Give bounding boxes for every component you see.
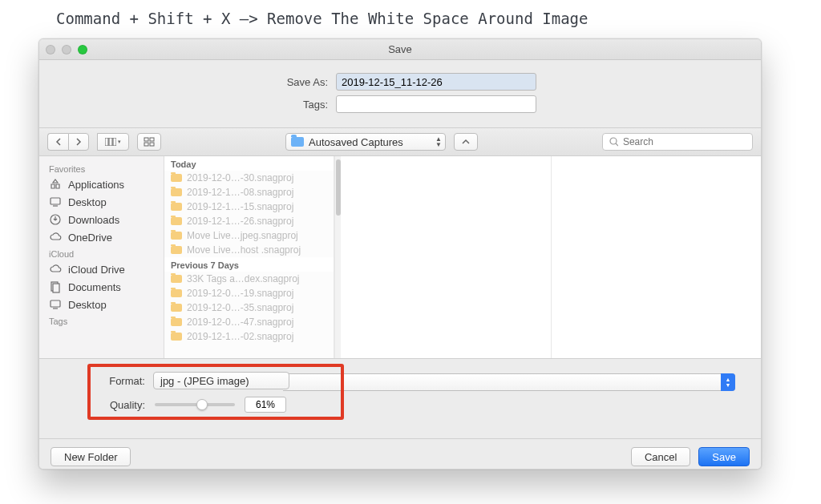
format-select-track bbox=[283, 373, 735, 391]
back-button[interactable] bbox=[47, 133, 68, 151]
sidebar-item-label: Downloads bbox=[68, 214, 119, 226]
chevron-left-icon bbox=[55, 138, 62, 146]
list-item[interactable]: 2019-12-1…-15.snagproj bbox=[164, 200, 334, 214]
save-as-field[interactable] bbox=[336, 73, 536, 91]
grid-icon bbox=[144, 137, 155, 147]
file-icon bbox=[171, 232, 182, 240]
sidebar-item-label: Desktop bbox=[68, 196, 107, 208]
group-button[interactable] bbox=[137, 133, 161, 151]
list-item[interactable]: 2019-12-0…-30.snagproj bbox=[164, 171, 334, 185]
tags-label: Tags: bbox=[264, 99, 328, 111]
search-field[interactable] bbox=[602, 133, 753, 151]
sidebar-item-icloud-drive[interactable]: iCloud Drive bbox=[42, 260, 160, 278]
list-item[interactable]: 2019-12-1…-02.snagproj bbox=[164, 329, 334, 344]
empty-column-1 bbox=[341, 156, 552, 358]
folder-icon bbox=[291, 137, 304, 147]
file-name: 2019-12-1…-02.snagproj bbox=[187, 331, 293, 342]
format-panel: ▲▼ Format: jpg - (JPEG image) Quality: bbox=[39, 358, 761, 438]
svg-rect-7 bbox=[144, 143, 148, 146]
list-item[interactable]: 2019-12-1…-26.snagproj bbox=[164, 214, 334, 228]
save-button[interactable]: Save bbox=[698, 447, 750, 466]
svg-rect-6 bbox=[150, 138, 154, 141]
file-icon bbox=[171, 246, 182, 254]
scrollbar[interactable] bbox=[334, 156, 341, 358]
list-item[interactable]: 2019-12-0…-35.snagproj bbox=[164, 300, 334, 315]
file-icon bbox=[171, 188, 182, 196]
file-name: 2019-12-1…-15.snagproj bbox=[187, 201, 293, 212]
sidebar-item-label: Documents bbox=[68, 281, 121, 293]
column-group-prev7: Previous 7 Days bbox=[164, 257, 334, 272]
list-item[interactable]: 33K Tags a…dex.snagproj bbox=[164, 272, 334, 286]
sidebar-section-tags: Tags bbox=[42, 313, 160, 328]
file-name: 2019-12-0…-19.snagproj bbox=[187, 288, 293, 299]
svg-line-10 bbox=[616, 143, 618, 146]
sidebar-item-desktop[interactable]: Desktop bbox=[42, 193, 160, 211]
updown-icon: ▲▼ bbox=[435, 134, 442, 150]
save-dialog: Save Save As: Tags: ▾ bbox=[38, 38, 762, 470]
cancel-button[interactable]: Cancel bbox=[631, 447, 690, 466]
window-title: Save bbox=[39, 43, 761, 55]
forward-button[interactable] bbox=[68, 133, 89, 151]
quality-value-field[interactable] bbox=[245, 397, 286, 413]
file-browser: Favorites ApplicationsDesktopDownloadsOn… bbox=[39, 156, 761, 358]
format-select[interactable]: jpg - (JPEG image) bbox=[153, 372, 289, 389]
list-item[interactable]: 2019-12-0…-47.snagproj bbox=[164, 315, 334, 329]
sidebar-item-documents[interactable]: Documents bbox=[42, 278, 160, 296]
format-updown-icon[interactable]: ▲▼ bbox=[721, 373, 735, 391]
sidebar-item-onedrive[interactable]: OneDrive bbox=[42, 228, 160, 246]
svg-rect-2 bbox=[105, 138, 108, 146]
file-icon bbox=[171, 333, 182, 341]
cloud-icon bbox=[49, 231, 62, 244]
file-icon bbox=[171, 275, 182, 283]
svg-rect-16 bbox=[51, 300, 60, 307]
list-item[interactable]: 2019-12-1…-08.snagproj bbox=[164, 185, 334, 200]
zoom-icon[interactable] bbox=[78, 45, 87, 54]
svg-rect-8 bbox=[150, 143, 154, 146]
folder-select[interactable]: Autosaved Captures ▲▼ bbox=[285, 133, 446, 151]
titlebar: Save bbox=[39, 39, 761, 60]
minimize-icon[interactable] bbox=[62, 45, 71, 54]
quality-label: Quality: bbox=[100, 399, 145, 411]
cloud-icon bbox=[49, 263, 62, 276]
folder-label: Autosaved Captures bbox=[309, 136, 403, 148]
file-name: Move Live…host .snagproj bbox=[187, 244, 301, 256]
file-name: Move Live…jpeg.snagproj bbox=[187, 230, 298, 241]
collapse-button[interactable] bbox=[454, 133, 478, 151]
chevron-right-icon bbox=[75, 138, 82, 146]
desktop-icon bbox=[49, 196, 62, 208]
file-icon bbox=[171, 217, 182, 225]
svg-rect-5 bbox=[144, 138, 148, 141]
list-item[interactable]: Move Live…host .snagproj bbox=[164, 243, 334, 257]
sidebar-section-favorites: Favorites bbox=[42, 161, 160, 175]
file-name: 2019-12-0…-35.snagproj bbox=[187, 302, 293, 313]
svg-rect-15 bbox=[53, 284, 59, 292]
columns-icon bbox=[105, 138, 116, 146]
tags-field[interactable] bbox=[336, 95, 536, 113]
new-folder-button[interactable]: New Folder bbox=[51, 447, 131, 466]
svg-rect-11 bbox=[51, 198, 60, 204]
list-item[interactable]: 2019-12-0…-19.snagproj bbox=[164, 286, 334, 300]
svg-point-9 bbox=[610, 138, 617, 144]
search-icon bbox=[609, 137, 618, 147]
sidebar-item-downloads[interactable]: Downloads bbox=[42, 211, 160, 228]
quality-slider[interactable] bbox=[155, 403, 235, 406]
file-name: 33K Tags a…dex.snagproj bbox=[187, 273, 300, 284]
file-name: 2019-12-0…-30.snagproj bbox=[187, 172, 293, 183]
annotation-top: Command + Shift + X –> Remove The White … bbox=[56, 10, 588, 27]
search-input[interactable] bbox=[621, 135, 746, 148]
sidebar-item-applications[interactable]: Applications bbox=[42, 175, 160, 193]
view-columns-button[interactable]: ▾ bbox=[97, 133, 129, 151]
format-value: jpg - (JPEG image) bbox=[160, 375, 249, 387]
sidebar-item-desktop[interactable]: Desktop bbox=[42, 296, 160, 313]
chevron-up-icon bbox=[462, 139, 470, 145]
save-as-label: Save As: bbox=[264, 76, 328, 88]
file-name: 2019-12-0…-47.snagproj bbox=[187, 317, 293, 328]
close-icon[interactable] bbox=[46, 45, 55, 54]
sidebar-item-label: iCloud Drive bbox=[68, 264, 125, 276]
sidebar: Favorites ApplicationsDesktopDownloadsOn… bbox=[39, 156, 164, 358]
file-icon bbox=[171, 318, 182, 326]
list-item[interactable]: Move Live…jpeg.snagproj bbox=[164, 228, 334, 243]
file-icon bbox=[171, 174, 182, 182]
downloads-icon bbox=[49, 213, 62, 226]
file-column: Today 2019-12-0…-30.snagproj2019-12-1…-0… bbox=[164, 156, 334, 358]
